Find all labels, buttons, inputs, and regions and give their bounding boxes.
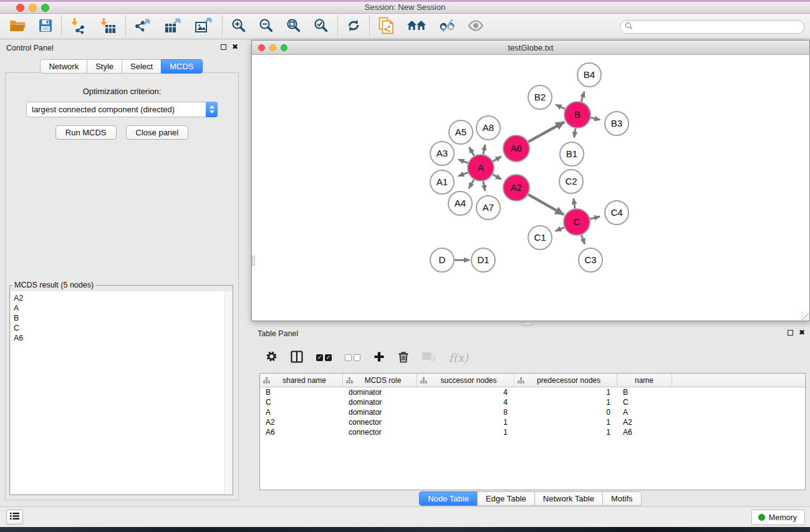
select-stepper-icon[interactable] xyxy=(206,102,218,117)
tab-style[interactable]: Style xyxy=(87,59,122,74)
table-cell[interactable]: 4 xyxy=(417,388,514,397)
open-session-button[interactable] xyxy=(9,19,26,34)
float-panel-icon[interactable] xyxy=(788,330,793,336)
graph-node-D[interactable]: D xyxy=(430,248,454,272)
graph-node-C[interactable]: C xyxy=(564,209,590,235)
hide-graphics-button[interactable] xyxy=(439,19,455,34)
import-table-button[interactable] xyxy=(100,17,117,36)
graph-node-A4[interactable]: A4 xyxy=(448,191,472,215)
graph-edge-A-A1[interactable] xyxy=(458,173,468,177)
graph-node-B3[interactable]: B3 xyxy=(605,112,629,135)
table-row[interactable]: A6connector11A6 xyxy=(260,427,805,437)
mcds-result-item[interactable]: C xyxy=(14,323,232,333)
search-input[interactable] xyxy=(633,21,804,32)
graph-node-A1[interactable]: A1 xyxy=(430,170,454,194)
graph-edge-B-B2[interactable] xyxy=(556,105,565,109)
table-cell[interactable]: 1 xyxy=(514,418,617,427)
graph-node-C4[interactable]: C4 xyxy=(605,201,629,225)
graph-edge-A2-C[interactable] xyxy=(528,195,564,215)
column-header-shared-name[interactable]: shared name xyxy=(260,374,343,387)
graph-node-A7[interactable]: A7 xyxy=(476,196,500,220)
table-cell[interactable]: A2 xyxy=(260,418,343,427)
home-button[interactable] xyxy=(407,19,427,34)
export-table-button[interactable] xyxy=(165,17,183,36)
table-cell[interactable]: 1 xyxy=(417,428,514,437)
graph-node-A2[interactable]: A2 xyxy=(503,175,529,201)
mcds-result-item[interactable]: A6 xyxy=(14,333,232,343)
tab-mcds[interactable]: MCDS xyxy=(161,59,202,74)
network-canvas[interactable]: B4B2BB3A8A5A6A3B1AA1C2A2A4A7C4CC1C3DD1 xyxy=(252,55,809,321)
table-cell[interactable]: A xyxy=(617,408,672,417)
table-cell[interactable]: 1 xyxy=(514,398,617,407)
table-row[interactable]: Adominator80A xyxy=(260,407,805,417)
graph-edge-C-C1[interactable] xyxy=(556,228,564,231)
mcds-result-item[interactable]: B xyxy=(14,313,232,323)
zoom-fit-button[interactable] xyxy=(286,18,301,35)
graph-node-A5[interactable]: A5 xyxy=(449,120,473,144)
deselect-all-button[interactable] xyxy=(345,354,360,361)
graph-edge-A6-B[interactable] xyxy=(528,122,564,142)
table-cell[interactable]: A6 xyxy=(260,428,343,437)
apply-function-button[interactable]: f(x) xyxy=(449,351,468,364)
export-network-button[interactable] xyxy=(135,17,152,36)
table-cell[interactable]: B xyxy=(617,388,672,397)
mcds-result-item[interactable]: A2 xyxy=(14,293,232,303)
zoom-out-button[interactable] xyxy=(259,18,274,35)
graph-edge-B-B3[interactable] xyxy=(591,118,600,120)
mcds-result-item[interactable]: A xyxy=(14,303,232,313)
graph-edge-C-C4[interactable] xyxy=(590,216,600,219)
table-cell[interactable]: 1 xyxy=(514,428,617,437)
result-scrollbar[interactable] xyxy=(224,291,232,494)
tab-network[interactable]: Network xyxy=(40,59,87,74)
tab-edge-table[interactable]: Edge Table xyxy=(477,491,535,506)
graph-node-B[interactable]: B xyxy=(564,102,591,128)
graph-node-C3[interactable]: C3 xyxy=(579,248,602,272)
network-window-titlebar[interactable]: testGlobe.txt xyxy=(252,41,809,55)
memory-button[interactable]: Memory xyxy=(751,510,805,525)
table-row[interactable]: Bdominator41B xyxy=(260,387,805,397)
graph-node-B1[interactable]: B1 xyxy=(560,142,584,166)
graph-node-A[interactable]: A xyxy=(468,155,494,181)
graph-node-A6[interactable]: A6 xyxy=(503,135,529,162)
graph-edge-C-C3[interactable] xyxy=(581,235,584,244)
table-cell[interactable]: B xyxy=(260,388,343,397)
table-cell[interactable]: 8 xyxy=(417,408,514,417)
graph-edge-A-A3[interactable] xyxy=(458,160,468,163)
graph-edge-A-A7[interactable] xyxy=(483,181,485,191)
mcds-result-list-area[interactable]: A2ABCA6 xyxy=(11,291,232,494)
table-cell[interactable]: dominator xyxy=(343,408,417,417)
tab-network-table[interactable]: Network Table xyxy=(534,491,603,506)
zoom-in-button[interactable] xyxy=(231,18,246,35)
close-panel-button[interactable]: Close panel xyxy=(126,125,189,140)
search-field[interactable] xyxy=(620,20,804,34)
graph-node-B4[interactable]: B4 xyxy=(577,63,601,87)
node-table[interactable]: shared name MCDS role successor nodes pr… xyxy=(259,373,806,490)
show-task-history-button[interactable] xyxy=(6,510,23,525)
table-cell[interactable]: dominator xyxy=(343,388,417,397)
table-cell[interactable]: 1 xyxy=(514,388,617,397)
run-mcds-button[interactable]: Run MCDS xyxy=(55,125,117,140)
import-network-button[interactable] xyxy=(70,17,87,36)
graph-edge-B-B4[interactable] xyxy=(581,92,584,102)
window-resize-grip[interactable] xyxy=(801,312,809,320)
graph-node-B2[interactable]: B2 xyxy=(528,85,552,109)
canvas-side-handle[interactable] xyxy=(252,256,255,266)
apply-layout-button[interactable] xyxy=(347,19,360,34)
delete-table-button[interactable] xyxy=(422,351,436,364)
table-cell[interactable]: dominator xyxy=(343,398,417,407)
tab-motifs[interactable]: Motifs xyxy=(602,491,642,506)
table-cell[interactable]: connector xyxy=(343,418,417,427)
table-row[interactable]: A2connector11A2 xyxy=(260,417,805,427)
column-header-successor-nodes[interactable]: successor nodes xyxy=(417,374,514,387)
show-eye-button[interactable] xyxy=(468,19,484,34)
graph-node-D1[interactable]: D1 xyxy=(471,248,495,272)
graph-node-C2[interactable]: C2 xyxy=(559,170,583,193)
close-panel-icon[interactable]: ✖ xyxy=(799,329,805,336)
table-cell[interactable]: 0 xyxy=(514,408,617,417)
graph-node-A3[interactable]: A3 xyxy=(430,142,454,165)
zoom-selected-button[interactable] xyxy=(314,18,329,35)
delete-column-button[interactable] xyxy=(398,351,409,365)
close-panel-icon[interactable]: ✖ xyxy=(232,44,238,50)
graph-edge-A-A2[interactable] xyxy=(493,175,501,180)
tab-select[interactable]: Select xyxy=(122,59,162,74)
